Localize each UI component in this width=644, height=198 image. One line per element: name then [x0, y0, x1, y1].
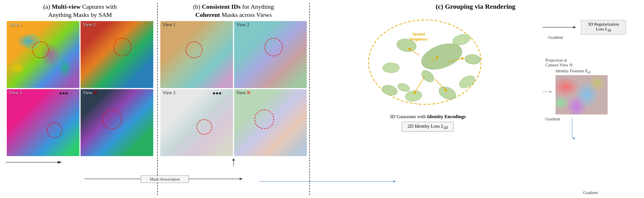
svg-marker-3 [232, 158, 235, 161]
loss-2d-label: L [441, 123, 443, 129]
svg-marker-1 [58, 161, 62, 164]
section-b-grid: View 1 View 2 View 3 ●●● [160, 21, 307, 156]
svg-point-12 [465, 54, 481, 65]
gradient-label-1: Gradient [548, 35, 563, 40]
svg-point-14 [419, 68, 436, 84]
reg-loss-box: 3D RegularizationLoss L3d [581, 20, 626, 35]
section-a-grid: View 1 View 2 View 3 ●●● [7, 21, 153, 156]
identity-features-label: Identity Features Eid [556, 69, 590, 75]
view-label-b1: View 1 [163, 22, 176, 27]
section-a-view2: View 2 [81, 21, 153, 88]
section-a-view1: View 1 [7, 21, 79, 88]
section-b-imgN [234, 89, 307, 156]
view-label-a2: View 2 [83, 22, 96, 27]
svg-point-10 [437, 84, 458, 102]
section-b-bottom [161, 158, 307, 167]
section-a-img1 [7, 21, 79, 88]
red-circle-aN [102, 109, 122, 129]
section-b-view1: View 1 [160, 21, 233, 88]
mask-association-arrow: Mask Association [85, 173, 245, 184]
section-b-img3 [160, 89, 233, 156]
view-label-bN: View N [236, 90, 250, 95]
identity-loss-box: 2D Identity Loss L2d [402, 122, 454, 132]
section-b-view2: View 2 [234, 21, 307, 88]
section-b-title: (b) Consistent IDs for AnythingCoherent … [193, 3, 274, 19]
view-label-aN: View N [83, 90, 97, 95]
gradient-row-1: 3D RegularizationLoss L3d Gradient [543, 20, 638, 40]
svg-point-7 [383, 63, 399, 73]
svg-point-8 [381, 84, 399, 97]
svg-point-11 [457, 73, 477, 90]
red-circle-a3 [47, 123, 62, 138]
svg-text:Spatial: Spatial [412, 32, 425, 36]
view-n-label-a: N [94, 90, 97, 95]
section-b-suffix1: for Anything [241, 3, 274, 10]
gradient-arrow-down-svg [568, 118, 576, 141]
section-b-suffix2: Masks across Views [220, 11, 272, 18]
identity-features-image [556, 75, 608, 114]
red-circle-bN [254, 109, 274, 129]
projection-row: Projection atCamera View N [543, 58, 638, 122]
svg-text:Neighbors: Neighbors [409, 37, 428, 41]
gaussians-label: 3D Gaussians with Identity Encodings [390, 114, 466, 120]
red-circle-b2 [265, 38, 283, 56]
section-a-imgN [81, 89, 153, 156]
view-n-label-b: N [247, 90, 250, 95]
view-label-a1: View 1 [9, 22, 22, 27]
gradient-label-2: Gradient [545, 117, 638, 122]
section-a-view3: View 3 ●●● [7, 89, 79, 156]
view-label-a3: View 3 [9, 90, 22, 95]
up-arrow-b [228, 158, 239, 167]
svg-text:Mask Association: Mask Association [150, 177, 180, 181]
section-b-img1 [160, 21, 233, 88]
gradient-label-3: Gradient [543, 190, 638, 195]
mask-association-area: Mask Association [85, 173, 245, 184]
loss-2d-sub: 2d [444, 125, 448, 130]
arrow-left-to-mask [6, 158, 62, 166]
section-a: (a) Multi-view Captures withAnything Mas… [6, 3, 158, 195]
section-c: (c) Grouping via Rendering [310, 3, 638, 195]
gradient-arrow-1 [543, 24, 579, 30]
section-b: (b) Consistent IDs for AnythingCoherent … [158, 3, 310, 195]
projection-label: Projection atCamera View N [545, 58, 638, 68]
identity-loss-row: 2D Identity Loss L2d [402, 122, 454, 132]
blue-arrow-b-to-loss [259, 177, 400, 187]
section-b-prefix: (b) [193, 3, 202, 10]
main-container: (a) Multi-view Captures withAnything Mas… [0, 0, 644, 198]
section-c-title: (c) Grouping via Rendering [436, 3, 516, 10]
dots-b3: ●●● [212, 90, 222, 96]
section-a-img2 [81, 21, 153, 88]
view-label-b2: View 2 [236, 22, 249, 27]
section-a-bold: Multi-view [52, 3, 81, 10]
section-a-img3 [7, 89, 79, 156]
blue-arrow-svg [259, 177, 400, 186]
section-b-img2 [234, 21, 307, 88]
section-a-title: (a) Multi-view Captures withAnything Mas… [43, 3, 117, 19]
gradient-arrow-down [568, 118, 576, 142]
section-a-prefix: (a) [43, 3, 52, 10]
section-b-view3: View 3 ●●● [160, 89, 233, 156]
red-circle-a2 [113, 38, 132, 56]
section-b-bold2: Coherent [195, 11, 220, 18]
svg-point-15 [397, 82, 411, 93]
cyan-circle-a1 [25, 35, 39, 49]
gradient-arrow-2 [543, 89, 554, 94]
right-panel: 3D RegularizationLoss L3d Gradient Proje… [543, 12, 638, 195]
section-a-viewN: View N [81, 89, 153, 156]
section-a-bottom-arrow [6, 158, 154, 166]
section-b-bold1: Consistent IDs [202, 3, 241, 10]
red-circle-b1 [186, 41, 203, 58]
gaussians-svg: Spatial Neighbors [363, 12, 492, 113]
section-c-inner: Spatial Neighbors 3D Gaussians with Iden… [313, 12, 638, 195]
section-b-viewN: View N [234, 89, 307, 156]
view-label-b3: View 3 [163, 90, 176, 95]
dots-a3: ●●● [59, 90, 68, 96]
identity-encodings-label: Identity Encodings [427, 114, 466, 119]
red-circle-b3 [197, 119, 212, 135]
gaussians-area: Spatial Neighbors 3D Gaussians with Iden… [313, 12, 543, 195]
